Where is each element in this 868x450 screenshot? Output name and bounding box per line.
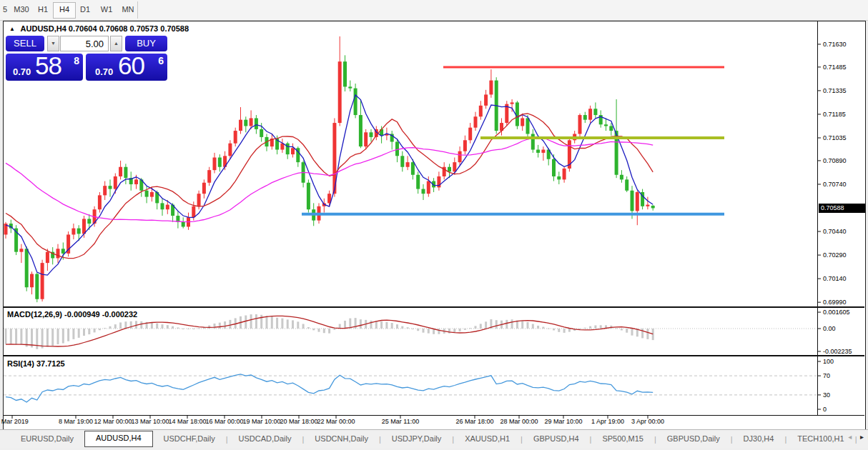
tab-usdchf-daily[interactable]: USDCHF,Daily bbox=[153, 431, 226, 446]
chart-symbol: AUDUSD,H4 bbox=[21, 24, 66, 33]
collapse-panel-icon[interactable]: ▲ bbox=[9, 26, 15, 32]
date-axis-label: 25 Mar 11:00 bbox=[382, 418, 419, 425]
date-axis-label: 3 Apr 00:00 bbox=[631, 418, 664, 425]
sell-button[interactable]: SELL bbox=[6, 36, 44, 51]
price-axis-label: 0.69990 bbox=[823, 299, 847, 306]
volume-input[interactable] bbox=[60, 36, 109, 51]
date-axis-label: 14 Mar 18:00 bbox=[168, 418, 206, 425]
date-axis-label: 29 Mar 10:00 bbox=[544, 418, 582, 425]
current-price-tag: 0.70588 bbox=[819, 204, 865, 213]
buy-price-button[interactable]: 0.70 60 6 bbox=[86, 54, 167, 81]
tab-gbpusd-daily[interactable]: GBPUSD,Daily bbox=[656, 431, 731, 446]
buy-price-prefix: 0.70 bbox=[95, 66, 113, 77]
volume-decrease-button[interactable]: ▼ bbox=[47, 36, 59, 51]
tabs-scroll-left-icon[interactable]: ◂ bbox=[848, 433, 852, 441]
price-axis-label: 0.70740 bbox=[823, 181, 847, 188]
tab-dj30-h4[interactable]: DJ30,H4 bbox=[733, 431, 785, 446]
date-axis-label: 22 Mar 00:00 bbox=[317, 418, 355, 425]
symbol-tab-bar: EURUSD,DailyAUDUSD,H4USDCHF,Daily|USDCAD… bbox=[0, 429, 868, 448]
macd-axis-label: 0.00 bbox=[823, 325, 836, 332]
date-axis-label: 20 Mar 18:00 bbox=[280, 418, 317, 425]
one-click-trading-panel: SELL ▼ ▲ BUY 0.70 58 8 0.70 60 6 bbox=[6, 36, 167, 81]
date-axis-label: 16 Mar 00:00 bbox=[205, 418, 243, 425]
date-axis-label: 1 Apr 19:00 bbox=[591, 418, 624, 425]
triangle-up-icon: ▲ bbox=[114, 41, 119, 46]
date-axis-label: 8 Mar 19:00 bbox=[59, 418, 93, 425]
price-axis-label: 0.70890 bbox=[823, 157, 847, 164]
price-axis-label: 0.71485 bbox=[823, 64, 847, 71]
buy-price-sup: 6 bbox=[158, 55, 164, 66]
tab-gbpusd-h4[interactable]: GBPUSD,H4 bbox=[523, 431, 590, 446]
buy-button[interactable]: BUY bbox=[125, 36, 167, 51]
rsi-axis-label: 100 bbox=[823, 358, 834, 365]
tab-audusd-h4[interactable]: AUDUSD,H4 bbox=[84, 431, 153, 447]
date-axis-label: 19 Mar 10:00 bbox=[242, 418, 280, 425]
rsi-axis-label: 0 bbox=[823, 406, 827, 413]
buy-price-big: 60 bbox=[118, 51, 144, 80]
price-axis-label: 0.71185 bbox=[823, 111, 846, 118]
tab-usdcnh-daily[interactable]: USDCNH,Daily bbox=[304, 431, 379, 446]
price-axis-label: 0.70140 bbox=[823, 275, 847, 282]
price-axis-label: 0.71035 bbox=[823, 134, 847, 141]
mt4-screen: 5M30H1H4D1W1MN ▲ AUDUSD,H4 0.70604 0.706… bbox=[0, 0, 868, 450]
rsi-indicator-label: RSI(14) 37.7125 bbox=[7, 359, 65, 368]
sell-price-prefix: 0.70 bbox=[13, 66, 31, 77]
tab-usdjpy-daily[interactable]: USDJPY,Daily bbox=[381, 431, 453, 446]
macd-axis-label: -0.002235 bbox=[823, 348, 852, 355]
sell-price-sup: 8 bbox=[74, 55, 79, 66]
macd-axis-label: 0.001605 bbox=[823, 309, 850, 316]
date-axis-label: 28 Mar 00:00 bbox=[500, 418, 538, 425]
volume-increase-button[interactable]: ▲ bbox=[110, 36, 122, 51]
rsi-axis-label: 30 bbox=[823, 391, 830, 399]
date-axis-label: 13 Mar 10:00 bbox=[131, 418, 169, 425]
date-axis-label: 7 Mar 2019 bbox=[0, 418, 29, 425]
chart-title: ▲ AUDUSD,H4 0.70604 0.70608 0.70573 0.70… bbox=[9, 24, 189, 33]
tabs-scroll-right-icon[interactable]: ▸ bbox=[860, 433, 864, 441]
rsi-axis-label: 70 bbox=[823, 372, 830, 379]
triangle-down-icon: ▼ bbox=[51, 41, 56, 46]
date-axis-label: 12 Mar 00:00 bbox=[94, 418, 132, 425]
price-axis-label: 0.70440 bbox=[823, 228, 847, 235]
chart-ohlc-values: 0.70604 0.70608 0.70573 0.70588 bbox=[69, 24, 189, 33]
sell-price-big: 58 bbox=[35, 51, 61, 80]
tab-sp500-m15[interactable]: SP500,M15 bbox=[591, 431, 654, 446]
tab-tech100-h1[interactable]: TECH100,H1 bbox=[786, 431, 854, 446]
price-axis-label: 0.70290 bbox=[823, 251, 847, 259]
price-axis-label: 0.71335 bbox=[823, 87, 847, 94]
tab-usdcad-daily[interactable]: USDCAD,Daily bbox=[228, 431, 302, 446]
macd-indicator-label: MACD(12,26,9) -0.000949 -0.000232 bbox=[7, 310, 137, 319]
tab-eurusd-daily[interactable]: EURUSD,Daily bbox=[10, 431, 84, 446]
sell-price-button[interactable]: 0.70 58 8 bbox=[6, 54, 83, 81]
price-axis-label: 0.71630 bbox=[823, 41, 847, 48]
tab-xauusd-h1[interactable]: XAUUSD,H1 bbox=[454, 431, 521, 446]
date-axis-label: 26 Mar 18:00 bbox=[455, 418, 493, 425]
